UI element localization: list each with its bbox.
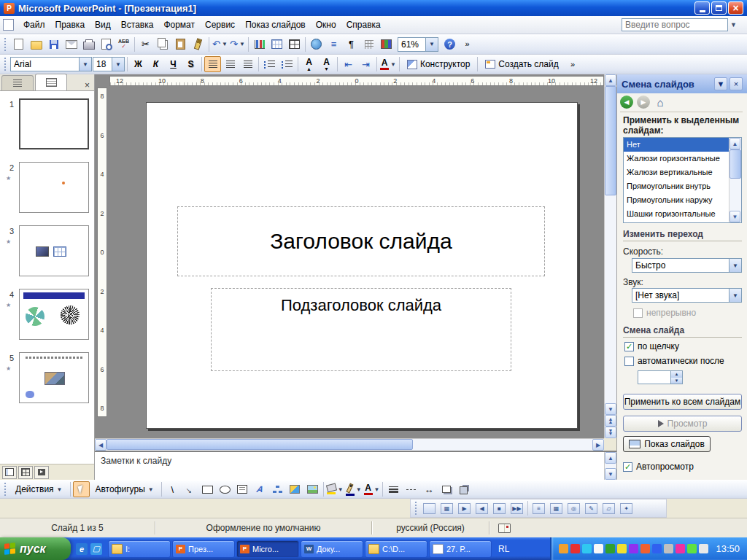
on-click-checkbox[interactable]: ✓	[624, 342, 634, 351]
taskbar-window-button[interactable]: C:\D...	[365, 540, 427, 558]
align-center-button[interactable]	[222, 56, 239, 72]
toolbar-button[interactable]: ■	[491, 500, 508, 516]
scroll-up-button[interactable]: ▲	[605, 452, 616, 464]
horizontal-ruler[interactable]: 12 10 8 6 4 2 0 2 4 6 8 10 12	[109, 76, 604, 86]
slideshow-view-button[interactable]	[34, 466, 49, 479]
back-button[interactable]: ◀	[620, 96, 633, 109]
text-box-button[interactable]	[234, 481, 251, 497]
slide-5-thumbnail[interactable]	[19, 352, 89, 403]
scroll-down-button[interactable]: ▼	[605, 403, 616, 415]
toolbar-button[interactable]: ▦	[548, 500, 565, 516]
align-right-button[interactable]	[239, 56, 256, 72]
tray-icon[interactable]	[664, 544, 673, 553]
minimize-button[interactable]	[694, 1, 710, 15]
insert-picture-button[interactable]	[304, 481, 321, 497]
wordart-button[interactable]: А	[252, 481, 268, 497]
increase-indent-button[interactable]: ⇥	[357, 56, 374, 72]
slide-sorter-view-button[interactable]	[18, 466, 33, 479]
font-color-button[interactable]: А▼	[363, 481, 381, 497]
transition-option[interactable]: Нет	[624, 138, 729, 152]
bold-button[interactable]: Ж	[130, 56, 147, 72]
normal-view-button[interactable]	[2, 466, 17, 479]
task-pane-menu-button[interactable]: ▼	[714, 77, 727, 90]
notes-scrollbar[interactable]: ▲ ▼	[604, 452, 616, 480]
decrease-font-button[interactable]: А▼	[318, 56, 335, 72]
rectangle-button[interactable]	[199, 481, 216, 497]
slide-3-thumbnail[interactable]	[19, 225, 89, 276]
slides-panel-close-button[interactable]: ×	[82, 79, 93, 90]
taskbar-window-button[interactable]: 27. Р...	[429, 540, 492, 558]
sound-combo[interactable]: [Нет звука] ▼	[632, 288, 742, 303]
speed-combo[interactable]: Быстро ▼	[632, 258, 742, 273]
toolbar-options-button[interactable]: »	[565, 56, 581, 72]
help-button[interactable]: ?	[441, 36, 458, 52]
fill-color-button[interactable]: ▼	[326, 481, 344, 497]
show-grid-button[interactable]	[360, 36, 377, 52]
auto-after-checkbox[interactable]	[624, 357, 634, 366]
question-dropdown-icon[interactable]: ▼	[728, 21, 737, 28]
menu-window[interactable]: Окно	[311, 17, 341, 33]
shadow-style-button[interactable]	[438, 481, 454, 497]
toolbar-button[interactable]: ◀	[473, 500, 490, 516]
toolbar-button[interactable]	[421, 500, 438, 516]
increase-font-button[interactable]: А▲	[301, 56, 317, 72]
bullets-button[interactable]	[279, 56, 295, 72]
print-button[interactable]	[80, 36, 97, 52]
scroll-up-button[interactable]: ▲	[729, 138, 740, 149]
start-button[interactable]: пуск	[0, 537, 71, 560]
restore-button[interactable]	[711, 1, 727, 15]
toolbar-button[interactable]: ≡	[530, 500, 547, 516]
design-button[interactable]: Конструктор	[402, 56, 475, 72]
toolbar-button[interactable]: ✎	[583, 500, 600, 516]
tables-borders-button[interactable]	[286, 36, 303, 52]
menu-edit[interactable]: Правка	[50, 17, 90, 33]
loop-checkbox[interactable]	[633, 308, 643, 318]
menu-view[interactable]: Вид	[90, 17, 116, 33]
tray-icon[interactable]	[652, 544, 662, 553]
next-slide-button[interactable]: ▼▼	[605, 427, 616, 438]
shadow-button[interactable]: S	[182, 56, 199, 72]
apply-to-all-button[interactable]: Применить ко всем слайдам	[623, 394, 742, 410]
menu-tools[interactable]: Сервис	[200, 17, 240, 33]
menu-insert[interactable]: Вставка	[116, 17, 159, 33]
toolbar-grip[interactable]	[4, 38, 7, 51]
toolbar-button[interactable]: ◎	[565, 500, 582, 516]
dash-style-button[interactable]	[403, 481, 419, 497]
copy-button[interactable]	[155, 36, 171, 52]
tray-icon[interactable]	[594, 544, 603, 553]
scroll-thumb[interactable]	[605, 86, 616, 195]
tray-icon[interactable]	[687, 544, 697, 553]
tab-slides[interactable]	[35, 74, 67, 90]
cut-button[interactable]: ✂	[137, 36, 154, 52]
email-button[interactable]	[63, 36, 80, 52]
question-input[interactable]	[622, 18, 728, 31]
format-painter-button[interactable]	[190, 36, 206, 52]
actions-menu-button[interactable]: Действия▼	[10, 481, 68, 497]
oval-button[interactable]	[217, 481, 233, 497]
transition-option[interactable]: Жалюзи горизонтальные	[624, 152, 729, 166]
vertical-ruler[interactable]: 8 6 4 2 0 2 4 6 8	[97, 88, 107, 417]
scroll-track[interactable]	[107, 439, 592, 451]
insert-diagram-button[interactable]	[269, 481, 286, 497]
close-button[interactable]: ×	[728, 1, 743, 15]
toolbar-grip[interactable]	[4, 483, 7, 496]
clip-art-button[interactable]	[287, 481, 303, 497]
scroll-left-button[interactable]: ◀	[95, 439, 107, 451]
font-name-combo[interactable]: Arial ▼	[10, 57, 92, 71]
taskbar-window-button[interactable]: WДоку...	[301, 540, 363, 558]
align-left-button[interactable]	[204, 56, 221, 72]
preview-button[interactable]: Просмотр	[623, 416, 742, 432]
arrow-button[interactable]: →	[182, 481, 198, 497]
redo-button[interactable]: ↷▼	[229, 36, 246, 52]
horizontal-scrollbar[interactable]: ◀ ▶	[95, 438, 604, 451]
toolbar-button[interactable]: ▦	[438, 500, 455, 516]
menu-help[interactable]: Справка	[341, 17, 386, 33]
notes-placeholder[interactable]: Заметки к слайду	[101, 456, 171, 466]
autoshapes-menu-button[interactable]: Автофигуры▼	[90, 481, 159, 497]
new-slide-button[interactable]: Создать слайд	[480, 56, 563, 72]
tray-icon[interactable]	[570, 544, 580, 553]
insert-table-button[interactable]	[268, 36, 285, 52]
line-color-button[interactable]: ▼	[345, 481, 363, 497]
font-size-combo[interactable]: 18 ▼	[93, 57, 125, 71]
forward-button[interactable]: ▶	[637, 96, 650, 109]
